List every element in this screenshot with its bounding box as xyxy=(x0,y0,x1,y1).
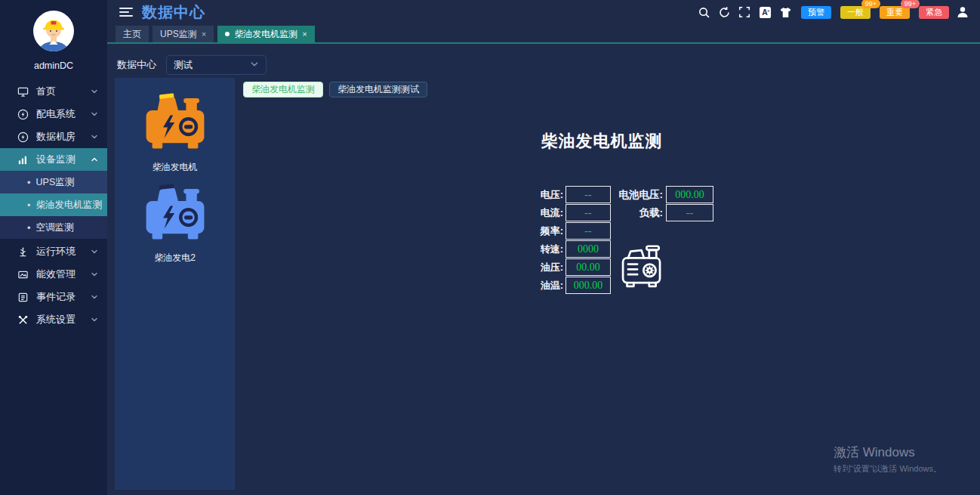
alarm-urgent-button[interactable]: 紧急 xyxy=(919,6,949,19)
field-value-current: -- xyxy=(566,204,611,221)
chevron-down-icon xyxy=(91,86,98,97)
alarm-important-button[interactable]: 重要99+ xyxy=(880,6,910,19)
tab-ups-monitor[interactable]: UPS监测 × xyxy=(153,26,214,42)
page-title: 数据中心 xyxy=(142,2,205,23)
svg-text:x: x xyxy=(767,7,769,12)
tab-bar: 主页 UPS监测 × 柴油发电机监测 × xyxy=(107,24,980,44)
chevron-down-icon xyxy=(91,292,98,303)
device-list-panel: 柴油发电机 柴油发电2 xyxy=(115,78,235,490)
bar-chart-icon xyxy=(17,153,29,166)
device-tab-diesel-monitor[interactable]: 柴油发电机监测 xyxy=(243,82,323,97)
user-icon[interactable] xyxy=(956,5,969,19)
sidebar-item-data-room[interactable]: 数据机房 xyxy=(0,125,107,148)
bullet-icon: • xyxy=(27,200,31,211)
alarm-general-button[interactable]: 一般99+ xyxy=(840,6,871,19)
field-value-voltage: -- xyxy=(566,186,611,203)
alarm-general-badge: 99+ xyxy=(861,0,880,8)
monitor-title: 柴油发电机监测 xyxy=(488,130,715,153)
header: 数据中心 Ax 预警 一般99+ 重要99+ 紧急 xyxy=(107,0,980,24)
datacenter-select-value: 测试 xyxy=(174,59,250,72)
field-label-rpm: 转速: xyxy=(516,240,563,258)
sidebar-item-ups-monitor[interactable]: • UPS监测 xyxy=(0,171,107,193)
tree-icon xyxy=(17,246,29,258)
power-circle-icon xyxy=(17,108,29,120)
chevron-down-icon xyxy=(91,109,98,120)
sidebar-item-power-system[interactable]: 配电系统 xyxy=(0,103,107,125)
device-tab-diesel-monitor-test[interactable]: 柴油发电机监测测试 xyxy=(329,82,427,97)
sidebar-item-energy[interactable]: 能效管理 xyxy=(0,263,107,286)
field-value-battery-voltage: 000.00 xyxy=(666,186,713,203)
datacenter-select[interactable]: 测试 xyxy=(166,55,267,75)
generator-orange-icon xyxy=(139,144,211,156)
sidebar-item-environment[interactable]: 运行环境 xyxy=(0,240,107,263)
sidebar-item-device-monitor[interactable]: 设备监测 xyxy=(0,148,107,171)
field-value-rpm: 0000 xyxy=(566,240,611,258)
windows-watermark: 激活 Windows 转到“设置”以激活 Windows。 xyxy=(834,444,941,475)
bullet-icon: • xyxy=(27,222,31,234)
refresh-icon[interactable] xyxy=(717,5,731,19)
field-label-frequency: 频率: xyxy=(516,222,563,240)
field-label-oil-pressure: 油压: xyxy=(516,258,563,276)
field-label-battery-voltage: 电池电压: xyxy=(606,186,663,203)
tab-diesel-monitor[interactable]: 柴油发电机监测 × xyxy=(217,26,314,42)
device-label: 柴油发电机 xyxy=(139,161,211,174)
field-label-oil-temp: 油温: xyxy=(516,277,563,294)
watermark-title: 激活 Windows xyxy=(834,444,941,461)
watermark-subtitle: 转到“设置”以激活 Windows。 xyxy=(834,463,941,475)
sidebar-item-diesel-monitor[interactable]: • 柴油发电机监测 xyxy=(0,193,107,216)
chevron-up-icon xyxy=(91,154,98,166)
tools-icon xyxy=(17,314,29,326)
power-circle-icon xyxy=(17,131,29,143)
image-icon xyxy=(17,268,29,280)
field-value-frequency: -- xyxy=(566,222,611,240)
tab-home[interactable]: 主页 xyxy=(116,26,149,42)
translate-icon[interactable]: Ax xyxy=(758,5,772,19)
chevron-down-icon xyxy=(91,246,98,258)
username: adminDC xyxy=(0,60,107,71)
chevron-down-icon xyxy=(91,314,98,326)
device-card-diesel-2[interactable]: 柴油发电2 xyxy=(139,181,211,265)
field-value-oil-temp: 000.00 xyxy=(566,277,611,294)
field-label-current: 电流: xyxy=(516,204,563,221)
list-icon xyxy=(17,291,29,303)
menu-toggle-icon[interactable] xyxy=(119,7,133,17)
sidebar-item-home[interactable]: 首页 xyxy=(0,80,107,103)
sidebar-item-ac-monitor[interactable]: • 空调监测 xyxy=(0,216,107,239)
device-card-diesel-1[interactable]: 柴油发电机 xyxy=(139,91,211,174)
chevron-down-icon xyxy=(91,131,98,143)
sidebar: adminDC 首页 配电系统 数据机房 设备监测 • UPS监测 • 柴油发 xyxy=(0,0,107,495)
bullet-icon: • xyxy=(27,177,31,188)
field-value-load: -- xyxy=(666,204,713,221)
monitor-icon xyxy=(17,85,29,97)
close-icon[interactable]: × xyxy=(202,29,206,39)
chevron-down-icon xyxy=(91,269,98,280)
sidebar-item-events[interactable]: 事件记录 xyxy=(0,286,107,308)
alarm-important-badge: 99+ xyxy=(901,0,920,8)
fullscreen-icon[interactable] xyxy=(738,5,751,19)
monitor-fields-right: 电池电压: 负载: 000.00 -- xyxy=(606,186,713,222)
datacenter-select-label: 数据中心 xyxy=(117,58,156,72)
monitor-fields-left: 电压: 电流: 频率: 转速: 油压: 油温: -- -- -- 0000 00… xyxy=(516,186,611,295)
theme-shirt-icon[interactable] xyxy=(778,5,792,19)
chevron-down-icon xyxy=(250,58,259,72)
generator-blue-icon xyxy=(139,234,211,247)
sidebar-item-settings[interactable]: 系统设置 xyxy=(0,308,107,331)
field-label-voltage: 电压: xyxy=(516,186,563,203)
device-tabs: 柴油发电机监测 柴油发电机监测测试 xyxy=(243,82,427,97)
user-avatar[interactable] xyxy=(32,10,75,52)
field-value-oil-pressure: 00.00 xyxy=(566,258,611,276)
generator-outline-icon xyxy=(620,244,671,295)
search-icon[interactable] xyxy=(697,5,710,19)
main-content: 数据中心 测试 柴油发电机 xyxy=(107,45,980,495)
alarm-warning-button[interactable]: 预警 xyxy=(801,6,831,19)
device-label: 柴油发电2 xyxy=(139,252,211,265)
active-dot-icon xyxy=(225,32,230,36)
field-label-load: 负载: xyxy=(606,204,663,221)
close-icon[interactable]: × xyxy=(302,29,307,39)
